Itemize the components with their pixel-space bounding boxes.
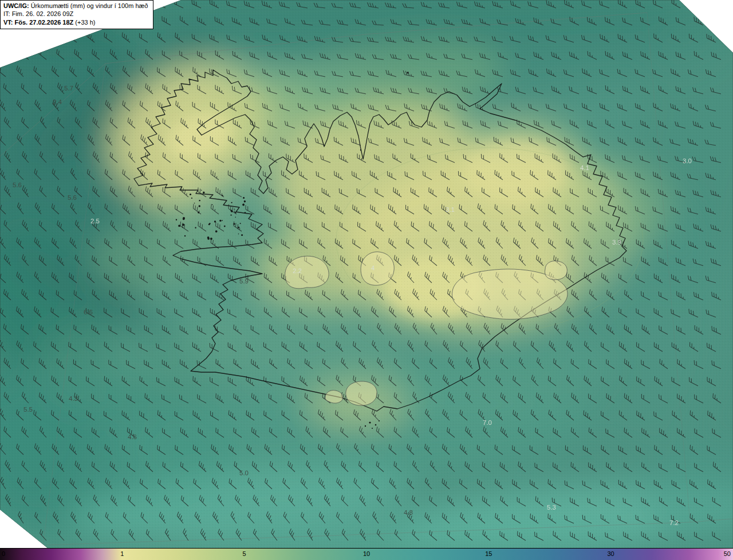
islet [234, 209, 235, 210]
colorbar-tick-label: 50 [724, 550, 731, 557]
islet [379, 420, 380, 421]
islet [199, 200, 200, 201]
legend-parameter: Úrkomumætti (mm) og vindur í 100m hæð [29, 2, 148, 9]
legend-valid-time: VT: Fös. 27.02.2026 18Z (+33 h) [3, 18, 148, 26]
colorbar-tick-label: 0 [2, 550, 5, 557]
islet [203, 192, 204, 194]
islet [231, 215, 232, 216]
islet [369, 421, 371, 423]
legend-title: UWC/IG: Úrkomumætti (mm) og vindur í 100… [3, 2, 148, 10]
legend-valid-offset: (+33 h) [73, 19, 95, 26]
islet [407, 72, 408, 73]
islet [360, 149, 361, 151]
islet [222, 195, 223, 196]
islet [198, 212, 199, 214]
islet [244, 200, 246, 202]
islet [238, 228, 239, 230]
islet [190, 194, 191, 195]
colorbar-tick-label: 15 [485, 550, 492, 557]
map-canvas: 5.72.45.65.62.55.96.62.243.14.13.03.94.3… [0, 0, 733, 549]
islet [212, 204, 213, 206]
islet [215, 230, 218, 232]
islet [241, 234, 243, 236]
islet [209, 223, 211, 224]
islet [207, 236, 210, 239]
islet [375, 424, 377, 426]
islet [176, 219, 177, 220]
islet [182, 227, 183, 228]
islet [178, 224, 180, 227]
islet [372, 428, 373, 429]
colorbar-tick-label: 5 [243, 550, 246, 557]
islet [184, 235, 186, 236]
islet [233, 223, 235, 225]
islet [235, 212, 236, 213]
islet [365, 425, 366, 427]
islet [238, 234, 239, 235]
legend-valid-time-bold: VT: Fös. 27.02.2026 18Z [3, 19, 73, 26]
islet [243, 197, 245, 199]
glacier-langjokull [285, 256, 329, 289]
islet [231, 202, 232, 203]
islet [201, 190, 202, 191]
islet [240, 223, 241, 224]
islet [214, 220, 216, 222]
legend-init-time: IT: Fim. 26. 02. 2026 09Z [3, 10, 148, 18]
islet [191, 198, 192, 199]
islet [210, 238, 212, 240]
legend-model-id: UWC/IG: [3, 2, 29, 9]
islet [199, 205, 200, 207]
islet [245, 212, 246, 214]
islet [235, 217, 237, 218]
islet [183, 218, 185, 220]
islet [219, 220, 221, 222]
islet [230, 210, 232, 211]
islet [238, 227, 239, 228]
colorbar-tick-label: 1 [120, 550, 124, 557]
islet [224, 226, 226, 227]
colorbar: 01510153050 [0, 548, 733, 560]
colorbar-tick-label: 10 [363, 550, 370, 557]
islet [182, 224, 184, 226]
islet [195, 227, 196, 228]
forecast-legend: UWC/IG: Úrkomumætti (mm) og vindur í 100… [0, 0, 153, 29]
glacier-oval-east [545, 261, 568, 280]
islet [222, 220, 223, 221]
islet [194, 203, 195, 204]
glacier-hofsjokull [361, 252, 394, 285]
glacier-myrdalsjokull [346, 381, 377, 405]
islet [242, 204, 245, 206]
colorbar-tick-label: 30 [607, 550, 614, 557]
glacier-eyjafjallajokull [325, 391, 343, 403]
weather-map-page: 5.72.45.65.62.55.96.62.243.14.13.03.94.3… [0, 0, 733, 560]
